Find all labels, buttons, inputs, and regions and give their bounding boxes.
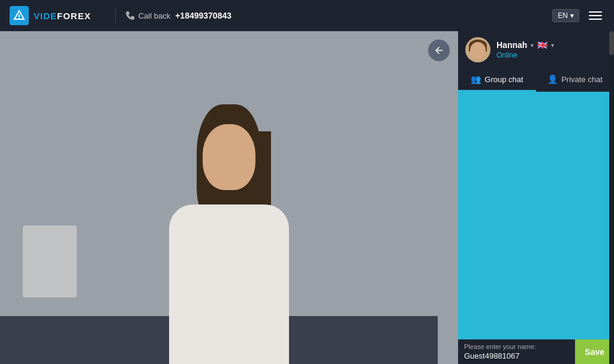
chat-messages[interactable]: [458, 92, 614, 339]
chat-tabs: 👥 Group chat 👤 Private chat: [458, 68, 614, 92]
agent-info: Hannah ▾ 🇬🇧 ▾ Online: [458, 31, 614, 68]
chat-panel: Hannah ▾ 🇬🇧 ▾ Online 👥 Group chat 👤 Priv…: [458, 31, 614, 364]
agent-name-row: Hannah ▾ 🇬🇧 ▾: [496, 40, 554, 50]
header-divider: [115, 8, 116, 23]
agent-name-dropdown-icon[interactable]: ▾: [531, 42, 534, 49]
person-body: [169, 204, 289, 364]
group-chat-icon: 👥: [471, 74, 481, 84]
agent-name: Hannah: [496, 40, 527, 50]
agent-status: Online: [496, 51, 554, 59]
person-face: [203, 124, 255, 190]
avatar: [465, 37, 490, 62]
name-input-wrapper: Please enter your name:: [458, 339, 575, 364]
language-button[interactable]: EN ▾: [552, 9, 579, 22]
header: VIDEFOREX Call back +18499370843 EN ▾: [0, 0, 614, 31]
video-area: [0, 31, 458, 364]
private-chat-label: Private chat: [561, 75, 603, 84]
monitor-display: [23, 225, 77, 297]
logo-icon: [10, 6, 29, 25]
scrollbar-track: [609, 31, 614, 364]
callback-label[interactable]: Call back: [139, 11, 170, 20]
menu-button[interactable]: [586, 9, 604, 22]
menu-line-1: [589, 11, 602, 13]
menu-line-2: [589, 15, 602, 16]
flag-icon: 🇬🇧: [537, 40, 547, 50]
header-right: EN ▾: [552, 9, 604, 22]
name-input[interactable]: [464, 351, 569, 360]
svg-point-2: [19, 18, 20, 19]
callback-link[interactable]: Call back: [125, 11, 170, 20]
phone-number: +18499370843: [175, 11, 231, 20]
save-button[interactable]: Save: [575, 339, 614, 364]
logo-text: VIDEFOREX: [34, 11, 91, 21]
back-button[interactable]: [428, 40, 450, 61]
agent-name-area: Hannah ▾ 🇬🇧 ▾ Online: [496, 40, 554, 59]
scrollbar-thumb[interactable]: [609, 31, 614, 55]
private-chat-icon: 👤: [547, 74, 558, 84]
flag-dropdown-icon[interactable]: ▾: [551, 42, 554, 49]
chevron-down-icon: ▾: [570, 11, 574, 20]
video-background: [0, 31, 458, 364]
avatar-face: [470, 42, 486, 59]
tab-private-chat[interactable]: 👤 Private chat: [536, 68, 614, 92]
name-input-area: Please enter your name: Save: [458, 339, 614, 364]
group-chat-label: Group chat: [484, 75, 523, 84]
tab-group-chat[interactable]: 👥 Group chat: [458, 68, 536, 92]
menu-line-3: [589, 19, 602, 20]
main-content: Hannah ▾ 🇬🇧 ▾ Online 👥 Group chat 👤 Priv…: [0, 31, 614, 364]
name-input-label: Please enter your name:: [464, 343, 569, 350]
logo: VIDEFOREX: [10, 6, 91, 25]
